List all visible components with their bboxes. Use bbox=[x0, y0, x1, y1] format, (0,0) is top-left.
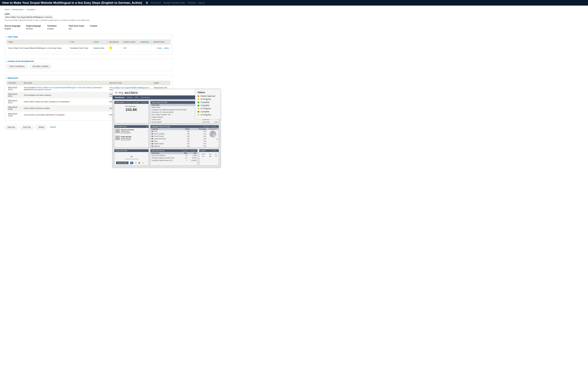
link-logout[interactable]: Log out bbox=[198, 2, 204, 4]
meta-words-k: Total word count bbox=[68, 25, 90, 27]
col-ops: OPERATIONS bbox=[152, 40, 171, 44]
fetch-button[interactable]: Fetch translations bbox=[6, 64, 27, 68]
meta-target-v: German bbox=[26, 27, 47, 30]
status-row: Complete bbox=[198, 104, 218, 107]
abort-button[interactable]: Abort job bbox=[20, 125, 33, 129]
status-dot-icon bbox=[198, 105, 199, 107]
job-items-head[interactable]: JOB ITEMS bbox=[6, 36, 171, 38]
col-msg-related: RELATED ITEM bbox=[108, 81, 152, 85]
team-member: Operations ManagerDaniela Eaton914-468-0… bbox=[114, 128, 148, 135]
nav-orders[interactable]: Orders bbox=[127, 96, 132, 98]
team-title: My Acclaro Team bbox=[115, 126, 126, 128]
meta-target-k: Target language bbox=[26, 25, 47, 27]
flag-icon bbox=[151, 136, 153, 136]
table-row[interactable]: French (Canada)4527.3% bbox=[150, 133, 207, 135]
review-link[interactable]: review bbox=[157, 47, 162, 49]
table-row[interactable]: French (France)4527.3% bbox=[150, 135, 207, 136]
link-translate[interactable]: Translate bbox=[187, 2, 196, 4]
admin-toolbar: How to Make Your Drupal Website Multilin… bbox=[0, 0, 588, 6]
label-input[interactable] bbox=[5, 16, 53, 19]
col-msg-name: NAME bbox=[152, 81, 171, 85]
avatar bbox=[115, 129, 120, 133]
status-row: In Progress bbox=[198, 108, 218, 110]
word-tracker-lang[interactable]: All Languages ⌄ bbox=[114, 106, 148, 107]
nav-api[interactable]: API bbox=[135, 96, 138, 98]
meta-translator-v: Acclaro bbox=[47, 27, 68, 30]
download-icon[interactable]: ⬇ bbox=[146, 126, 147, 128]
table-row: How to Make Your Drupal Website Multilin… bbox=[7, 44, 171, 52]
delete-button[interactable]: Delete bbox=[36, 125, 47, 129]
breadcrumb: Home» Administration» Translation bbox=[5, 9, 172, 10]
status-dot-icon bbox=[198, 102, 199, 103]
crumb-current: Translation bbox=[26, 9, 35, 10]
col-msg-msg: MESSAGE bbox=[22, 81, 108, 85]
translator-info-box: TRANSLATOR INFORMATION Fetch translation… bbox=[5, 59, 172, 71]
col-label: LABEL bbox=[7, 40, 68, 44]
language-tracker-panel: Language Tracker (44 Total) All OrdersAl… bbox=[150, 125, 219, 136]
flag-icon bbox=[151, 133, 153, 134]
status-title: Status bbox=[198, 91, 218, 94]
meta-words-v: 322 bbox=[68, 27, 90, 30]
nav-dashboard[interactable]: Dashboard bbox=[115, 96, 124, 98]
col-progress: PROGRESS bbox=[107, 40, 122, 44]
delete-link[interactable]: delete bbox=[164, 47, 169, 49]
cancel-link[interactable]: Cancel bbox=[50, 126, 56, 128]
job-items-table: LABEL TYPE STATE PROGRESS WORD COUNT CHA… bbox=[6, 40, 171, 52]
link-manage-tasks[interactable]: Manage translation tasks bbox=[163, 2, 185, 4]
link-my-account[interactable]: My account bbox=[151, 2, 161, 4]
lang-tracker-title: Language Tracker (44 Total) bbox=[151, 126, 170, 128]
acclaro-name: my acclaro bbox=[119, 90, 138, 95]
crumb-home[interactable]: Home bbox=[5, 9, 9, 10]
status-row: Complete bbox=[198, 101, 218, 104]
pie-chart-icon bbox=[210, 131, 216, 136]
flag-icon bbox=[151, 131, 153, 132]
table-row[interactable]: Launch Material9-Dec-201641.9K bbox=[150, 121, 219, 123]
team-member: Project ManagerPauline Blanchet415-226-1… bbox=[114, 135, 148, 136]
status-dot-icon bbox=[198, 95, 199, 97]
avatar bbox=[115, 136, 120, 136]
col-state[interactable]: STATE bbox=[92, 40, 107, 44]
word-tracker-filters[interactable]: All WordsAll OrdersAll Time bbox=[125, 102, 147, 103]
table-row[interactable]: Dutch4527.3% bbox=[150, 130, 207, 133]
page-title: How to Make Your Drupal Website Multilin… bbox=[2, 1, 142, 5]
meta-translator-k: Translator bbox=[47, 25, 68, 27]
user-links: My account Manage translation tasks Tran… bbox=[151, 2, 204, 4]
status-row: In Progress bbox=[198, 98, 218, 100]
status-row: In Progress bbox=[198, 114, 218, 116]
crumb-admin[interactable]: Administration bbox=[12, 9, 24, 10]
meta-created-k: Created bbox=[90, 25, 111, 27]
status-row: Complete bbox=[198, 110, 218, 113]
status-row: Needs Approval bbox=[198, 95, 218, 97]
status-dot-icon bbox=[198, 108, 199, 109]
status-dot-icon bbox=[198, 114, 199, 116]
col-msg-created: CREATED bbox=[6, 81, 22, 85]
status-dot-icon bbox=[198, 98, 199, 100]
messages-head[interactable]: MESSAGES bbox=[6, 77, 171, 79]
col-changed[interactable]: CHANGED bbox=[139, 40, 152, 44]
status-panel: Status Needs ApprovalIn ProgressComplete… bbox=[195, 89, 221, 119]
save-button[interactable]: Save job bbox=[5, 125, 18, 129]
status-dot-icon bbox=[198, 111, 199, 113]
col-type: TYPE bbox=[68, 40, 92, 44]
team-panel: My Acclaro Team⬇ Operations ManagerDanie… bbox=[114, 125, 149, 136]
acclaro-logo-icon bbox=[115, 91, 118, 94]
word-tracker-count: 243.8K bbox=[114, 108, 148, 112]
word-tracker-panel: Word Tracker All WordsAll OrdersAll Time… bbox=[114, 101, 149, 124]
label-section: Label You can provide a label for this j… bbox=[5, 13, 172, 21]
job-items-box: JOB ITEMS LABEL TYPE STATE PROGRESS WORD… bbox=[5, 34, 172, 54]
label-caption: Label bbox=[5, 13, 172, 15]
meta-row: Source languageEnglish Target languageGe… bbox=[5, 25, 172, 30]
progress-dot-icon bbox=[109, 46, 112, 49]
col-wc: WORD COUNT bbox=[122, 40, 138, 44]
order-tracker-title: Order Tracker (40 Total) bbox=[151, 102, 167, 103]
meta-source-v: English bbox=[5, 27, 26, 30]
word-tracker-title: Word Tracker bbox=[115, 102, 124, 103]
label-help: You can provide a label for this job in … bbox=[5, 19, 172, 21]
nav-connectors[interactable]: Connectors bbox=[141, 96, 150, 98]
simulate-button[interactable]: Simulate complete bbox=[30, 64, 51, 68]
radio-icon bbox=[146, 2, 148, 4]
meta-source-k: Source language bbox=[5, 25, 26, 27]
translator-info-head[interactable]: TRANSLATOR INFORMATION bbox=[6, 60, 171, 62]
